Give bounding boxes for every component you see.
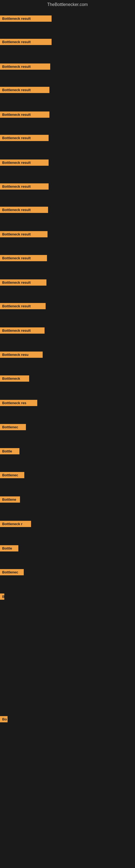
bottleneck-result-item[interactable]: Bottle — [0, 448, 19, 454]
bottleneck-result-item[interactable]: Bottlenec — [0, 472, 24, 478]
site-title: TheBottlenecker.com — [0, 0, 135, 8]
bottleneck-result-item[interactable]: Bottleneck res — [0, 400, 37, 406]
bottleneck-result-item[interactable]: Bottleneck result — [0, 231, 48, 237]
bottleneck-result-item[interactable]: Bottleneck result — [0, 159, 49, 166]
bottleneck-result-item[interactable]: Bottleneck result — [0, 328, 45, 334]
bottleneck-result-item[interactable]: Bo — [0, 716, 8, 722]
bottleneck-result-item[interactable]: Bottleneck result — [0, 303, 46, 309]
bottleneck-result-item[interactable]: Bottleneck result — [0, 255, 47, 261]
bottleneck-result-item[interactable]: Bottleneck result — [0, 112, 49, 118]
bottleneck-result-item[interactable]: Bottleneck — [0, 375, 29, 382]
bottleneck-result-item[interactable]: Bottleneck result — [0, 63, 50, 70]
bottleneck-result-item[interactable]: Bottleneck r — [0, 521, 31, 527]
bottleneck-result-item[interactable]: Bottlene — [0, 496, 20, 503]
bottleneck-result-item[interactable]: Bottleneck result — [0, 135, 49, 141]
bottleneck-result-item[interactable]: Bottleneck resu — [0, 351, 43, 358]
bottleneck-result-item[interactable]: Bottleneck result — [0, 207, 48, 213]
bottleneck-result-item[interactable]: Bottle — [0, 545, 18, 552]
bottleneck-result-item[interactable]: Bottleneck result — [0, 279, 46, 286]
bottleneck-result-item[interactable]: Bottlenec — [0, 569, 24, 575]
bottleneck-result-item[interactable]: Bottleneck result — [0, 16, 52, 22]
bottleneck-result-item[interactable]: Bottleneck result — [0, 87, 49, 93]
bottleneck-result-item[interactable]: Bottleneck result — [0, 39, 52, 45]
bottleneck-result-item[interactable]: Bottlenec — [0, 424, 26, 430]
bottleneck-result-item[interactable]: Bottleneck result — [0, 183, 49, 190]
bottleneck-result-item[interactable]: B — [0, 593, 4, 600]
